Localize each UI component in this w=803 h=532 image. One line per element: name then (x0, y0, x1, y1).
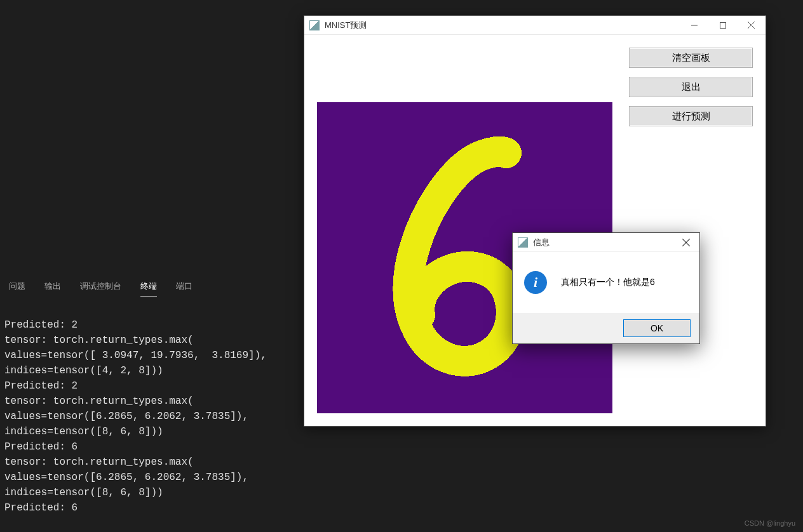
app-titlebar[interactable]: MNIST预测 (304, 16, 766, 35)
tab-output[interactable]: 输出 (44, 281, 61, 296)
exit-button[interactable]: 退出 (629, 77, 753, 97)
info-icon: i (524, 271, 547, 294)
maximize-button[interactable] (708, 16, 737, 35)
svg-rect-1 (720, 22, 725, 28)
msgbox-title: 信息 (533, 237, 673, 248)
tab-problems[interactable]: 问题 (9, 281, 25, 296)
app-icon (309, 20, 320, 30)
tab-debug-console[interactable]: 调试控制台 (80, 281, 121, 296)
tab-terminal[interactable]: 终端 (140, 281, 157, 296)
clear-canvas-button[interactable]: 清空画板 (629, 48, 753, 68)
msgbox-text: 真相只有一个！他就是6 (561, 277, 655, 288)
app-title: MNIST预测 (325, 20, 680, 31)
mnist-app-window: MNIST预测 清空画板 退出 进行预测 (304, 15, 766, 427)
msgbox-icon (518, 237, 528, 248)
terminal-output[interactable]: Predicted: 2 tensor: torch.return_types.… (4, 317, 267, 515)
msgbox-close-button[interactable] (673, 233, 699, 252)
msgbox-titlebar[interactable]: 信息 (513, 233, 699, 252)
close-button[interactable] (737, 16, 766, 35)
ok-button[interactable]: OK (623, 319, 691, 337)
message-box: 信息 i 真相只有一个！他就是6 OK (512, 232, 700, 344)
watermark: CSDN @linghyu (745, 519, 795, 527)
terminal-tab-bar: 问题 输出 调试控制台 终端 端口 (9, 281, 192, 296)
tab-ports[interactable]: 端口 (176, 281, 192, 296)
minimize-button[interactable] (680, 16, 708, 35)
predict-button[interactable]: 进行预测 (629, 106, 753, 126)
